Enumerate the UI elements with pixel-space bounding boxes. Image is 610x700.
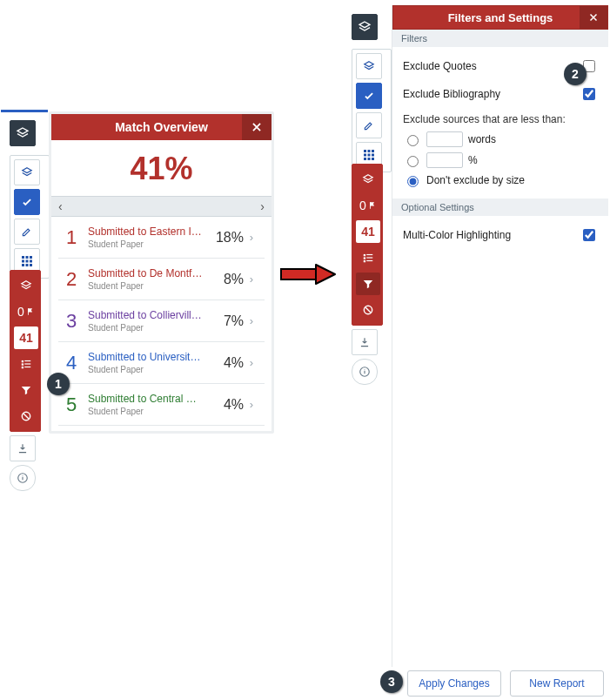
svg-rect-24 [372,154,374,157]
svg-rect-30 [366,254,372,255]
score-value: 41 [19,331,33,345]
red-tool-group: 0 41 [10,270,41,432]
prev-page-button[interactable]: ‹ [58,199,63,213]
exclude-percent-input[interactable] [426,152,463,168]
apply-changes-button[interactable]: Apply Changes [407,670,501,697]
checkmark-icon[interactable] [356,83,382,109]
edit-icon[interactable] [356,112,382,138]
svg-rect-19 [364,150,366,152]
exclude-biblio-label: Exclude Bibliography [403,88,580,100]
svg-rect-23 [368,154,371,157]
match-row[interactable]: 1Submitted to Eastern In…Student Paper18… [58,217,265,259]
layers-icon[interactable] [352,14,378,40]
match-index: 3 [62,310,81,333]
layers-red-icon[interactable] [14,274,38,297]
svg-rect-13 [24,363,30,364]
match-percent: 18% [204,230,244,246]
step-badge-1: 1 [47,373,70,395]
svg-rect-27 [372,158,374,160]
layers-outline-icon[interactable] [356,53,382,79]
score-button[interactable]: 41 [356,220,380,243]
layers-icon[interactable] [10,120,36,146]
flag-count: 0 [17,305,24,319]
svg-rect-3 [22,260,24,263]
exclude-none-radio[interactable] [407,176,419,187]
chevron-right-icon[interactable]: › [244,273,259,286]
chevron-right-icon[interactable]: › [244,231,259,244]
svg-rect-31 [364,257,365,259]
footer-buttons: Apply Changes New Report [407,670,604,697]
match-percent: 4% [204,397,244,413]
match-title: Submitted to Central Q… [88,393,204,405]
flag-count-button[interactable]: 0 [356,194,380,217]
svg-rect-11 [24,360,30,361]
layers-red-icon[interactable] [356,168,380,191]
edit-icon[interactable] [14,219,40,245]
layers-outline-icon[interactable] [14,159,40,185]
exclude-words-input[interactable] [426,131,463,147]
exclude-icon[interactable] [14,405,38,427]
svg-rect-0 [22,256,24,259]
close-icon[interactable] [242,114,271,140]
match-overview-header: Match Overview [51,114,271,140]
optional-section-title: Optional Settings [392,199,608,216]
multi-color-checkbox[interactable] [583,229,595,241]
svg-rect-15 [24,367,30,367]
match-subtitle: Student Paper [88,365,204,374]
checkmark-icon[interactable] [14,189,40,215]
chevron-right-icon[interactable]: › [244,398,259,411]
exclude-sources-heading: Exclude sources that are less than: [403,108,598,129]
match-overview-panel: Match Overview 41% ‹ › 1Submitted to Eas… [49,111,274,434]
new-report-button[interactable]: New Report [510,670,604,697]
match-row[interactable]: 5Submitted to Central Q…Student Paper4%› [58,384,265,426]
info-icon[interactable] [10,465,36,491]
words-label: words [468,133,496,145]
chevron-right-icon[interactable]: › [244,314,259,327]
exclude-quotes-label: Exclude Quotes [403,60,580,72]
svg-rect-34 [366,260,372,261]
match-row[interactable]: 4Submitted to University…Student Paper4%… [58,342,265,384]
download-icon[interactable] [10,435,36,461]
filter-icon-active[interactable] [356,273,380,295]
multi-color-label: Multi-Color Highlighting [403,229,580,241]
pager-row: ‹ › [51,196,271,217]
info-icon[interactable] [352,359,378,385]
exclude-icon[interactable] [356,299,380,321]
flag-count-button[interactable]: 0 [14,300,38,323]
exclude-percent-radio[interactable] [407,156,419,167]
svg-rect-28 [370,202,371,209]
svg-rect-22 [364,154,366,157]
svg-rect-33 [364,260,365,262]
match-title: Submitted to Eastern In… [88,225,204,238]
svg-rect-20 [368,150,371,152]
step-badge-2: 2 [564,63,587,85]
separator [1,110,48,112]
red-tool-group: 0 41 [352,164,383,326]
svg-rect-5 [30,260,32,263]
match-percent: 8% [204,272,244,287]
all-sources-icon[interactable] [14,353,38,375]
close-icon[interactable] [580,6,607,29]
filter-icon[interactable] [14,379,38,401]
match-list: 1Submitted to Eastern In…Student Paper18… [51,217,271,426]
match-row[interactable]: 2Submitted to De Montf…Student Paper8%› [58,259,265,300]
match-row[interactable]: 3Submitted to Colliervill…Student Paper7… [58,300,265,342]
download-icon[interactable] [352,329,378,355]
svg-rect-14 [22,367,23,368]
next-page-button[interactable]: › [260,199,265,213]
match-index: 2 [62,268,81,291]
flag-count: 0 [359,199,366,212]
match-index: 1 [62,226,81,249]
svg-rect-2 [30,256,32,259]
step-badge-3: 3 [380,670,403,693]
exclude-words-radio[interactable] [407,135,419,146]
svg-rect-10 [22,360,23,362]
exclude-biblio-checkbox[interactable] [583,88,595,100]
chevron-right-icon[interactable]: › [244,356,259,369]
all-sources-icon[interactable] [356,246,380,269]
score-button[interactable]: 41 [14,326,38,349]
svg-rect-12 [22,363,23,365]
svg-rect-1 [26,256,29,259]
filters-title: Filters and Settings [448,11,553,24]
svg-rect-32 [366,257,372,258]
